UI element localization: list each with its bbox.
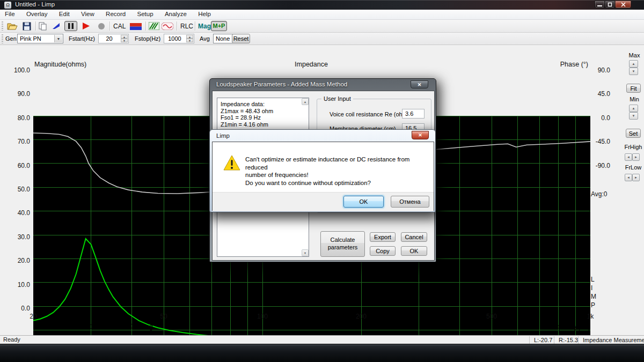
generator-select[interactable]: Pink PN ▼ xyxy=(17,34,63,43)
frhigh-stepper[interactable]: ◄► xyxy=(625,152,640,161)
set-button[interactable]: Set xyxy=(626,129,641,138)
pause-button[interactable] xyxy=(64,21,77,31)
spectrum-icon[interactable] xyxy=(149,22,159,32)
sine-wave-icon[interactable] xyxy=(162,23,173,32)
magnitude-phase-view-button[interactable]: M+P xyxy=(211,21,227,31)
axis-tick-label: -45.0 xyxy=(591,138,610,145)
axis-tick-label: 0.0 xyxy=(591,114,610,122)
down-arrow-icon: ▼ xyxy=(121,39,128,42)
min-stepper[interactable]: ▲ ▼ xyxy=(629,105,638,120)
ok-button[interactable]: OK xyxy=(401,246,427,256)
axis-tick-label: 0.0 xyxy=(0,305,30,312)
cancel-button[interactable]: Отмена xyxy=(391,196,429,208)
axis-tick-label: 50.0 xyxy=(0,186,30,193)
axis-tick-label: 45.0 xyxy=(591,90,610,98)
menu-record[interactable]: Record xyxy=(101,10,130,17)
left-arrow-icon: ◄ xyxy=(625,153,632,161)
close-icon[interactable]: ✕ xyxy=(412,131,429,139)
list-item: Impedance data: xyxy=(221,101,273,108)
reset-button[interactable]: Reset xyxy=(232,34,250,43)
fstop-stepper[interactable]: ▲▼ xyxy=(186,35,193,42)
main-toolbar: CAL RLC Mag M+P xyxy=(0,20,644,33)
generator-flag-icon[interactable] xyxy=(130,23,142,32)
mode-readout: Impedance Measurement xyxy=(578,336,644,344)
chevron-down-icon[interactable]: ▼ xyxy=(54,35,62,42)
close-button-icon[interactable] xyxy=(615,1,631,8)
max-stepper[interactable]: ▲ ▼ xyxy=(629,60,638,75)
close-icon[interactable]: ✕ xyxy=(411,80,428,88)
calculate-parameters-button[interactable]: Calculate parameters xyxy=(320,231,365,257)
warning-message: Can't optimize or estimate inductance or… xyxy=(245,156,434,187)
re-field-input[interactable] xyxy=(402,109,425,119)
app-icon: Ω xyxy=(4,2,11,9)
toolbar-separator xyxy=(145,21,146,31)
menu-overlay[interactable]: Overlay xyxy=(21,10,53,17)
window-titlebar: Ω Untitled - Limp xyxy=(0,0,644,10)
play-record-icon[interactable] xyxy=(82,22,91,32)
copy-button[interactable]: Copy xyxy=(370,246,396,256)
max-label: Max xyxy=(625,52,644,58)
menu-file[interactable]: File xyxy=(0,10,20,17)
axis-tick-label: 500 xyxy=(481,313,502,320)
axis-tick-label: 50 xyxy=(153,313,174,320)
toolbar-grip xyxy=(2,34,3,43)
right-axis-title: Phase (°) xyxy=(543,61,588,68)
open-file-icon[interactable] xyxy=(7,22,18,32)
axis-tick-label: 90.0 xyxy=(591,67,610,74)
dialog-body: Can't optimize or estimate inductance or… xyxy=(212,142,434,211)
warning-icon xyxy=(223,155,240,173)
up-arrow-icon: ▲ xyxy=(121,35,128,39)
down-arrow-icon: ▼ xyxy=(629,112,638,120)
up-arrow-icon: ▲ xyxy=(629,105,638,112)
avg-readout: Avg:0 xyxy=(591,190,611,198)
menu-setup[interactable]: Setup xyxy=(133,10,158,17)
menu-analyze[interactable]: Analyze xyxy=(160,10,192,17)
x-axis-title: Frequency(Hz) xyxy=(531,323,590,330)
scroll-up-icon[interactable]: ▲ xyxy=(302,98,309,105)
menu-edit[interactable]: Edit xyxy=(54,10,75,17)
pen-flag-icon[interactable] xyxy=(53,23,60,31)
up-arrow-icon: ▲ xyxy=(186,35,193,39)
status-bar: Ready L:-20.7 R:-15.3 Impedance Measurem… xyxy=(0,335,644,344)
frlow-stepper[interactable]: ◄► xyxy=(625,173,640,181)
minimize-button-icon[interactable] xyxy=(595,1,605,8)
axis-tick-label: 100 xyxy=(252,313,273,320)
fstop-label: Fstop(Hz) xyxy=(135,35,160,42)
axis-tick-label: 200 xyxy=(350,313,372,320)
axis-tick-label: 30.0 xyxy=(0,233,30,241)
fit-button[interactable]: Fit xyxy=(626,84,641,93)
save-icon[interactable] xyxy=(23,22,31,32)
stop-record-icon[interactable] xyxy=(98,23,105,32)
right-level-readout: R:-15.3 xyxy=(554,336,578,344)
axis-tick-label: 90.0 xyxy=(0,90,30,98)
window-title: Untitled - Limp xyxy=(15,1,55,8)
list-item: Fso1 = 28.9 Hz xyxy=(221,114,273,121)
menu-view[interactable]: View xyxy=(76,10,99,17)
magnitude-view-button[interactable]: Mag xyxy=(198,23,211,30)
copy-icon[interactable] xyxy=(39,22,47,32)
avg-label: Avg xyxy=(200,35,210,42)
ok-button[interactable]: OK xyxy=(343,196,384,208)
fstart-input[interactable]: 20 ▲▼ xyxy=(98,34,129,43)
cancel-button[interactable]: Cancel xyxy=(401,232,427,242)
frhigh-label: FrHigh xyxy=(621,144,644,150)
menu-help[interactable]: Help xyxy=(193,10,216,17)
axis-tick-label: 40.0 xyxy=(0,209,30,217)
scroll-down-icon[interactable]: ▼ xyxy=(302,249,309,256)
rlc-button[interactable]: RLC xyxy=(180,23,193,30)
dialog-title: Loudspeaker Parameters - Added Mass Meth… xyxy=(216,81,347,87)
fstart-label: Fstart(Hz) xyxy=(69,35,95,42)
export-button[interactable]: Export xyxy=(370,232,396,242)
calibrate-button[interactable]: CAL xyxy=(113,23,126,30)
restore-button-icon[interactable] xyxy=(605,1,615,8)
limp-warning-dialog: Limp ✕ Can't optimize or estimate induct… xyxy=(209,129,436,212)
status-text: Ready xyxy=(3,336,20,343)
fstop-input[interactable]: 1000 ▲▼ xyxy=(164,34,194,43)
generator-toolbar: Gen Pink PN ▼ Fstart(Hz) 20 ▲▼ Fstop(Hz)… xyxy=(0,33,644,45)
axis-tick-label: 100.0 xyxy=(0,67,30,74)
axis-tick-label: 20 xyxy=(23,313,44,320)
limp-watermark: L I M P xyxy=(591,275,596,309)
fstart-stepper[interactable]: ▲▼ xyxy=(121,35,128,42)
taskbar: e Ω EN ▲ 19:38 29. xyxy=(0,344,644,362)
left-arrow-icon: ◄ xyxy=(625,174,632,181)
